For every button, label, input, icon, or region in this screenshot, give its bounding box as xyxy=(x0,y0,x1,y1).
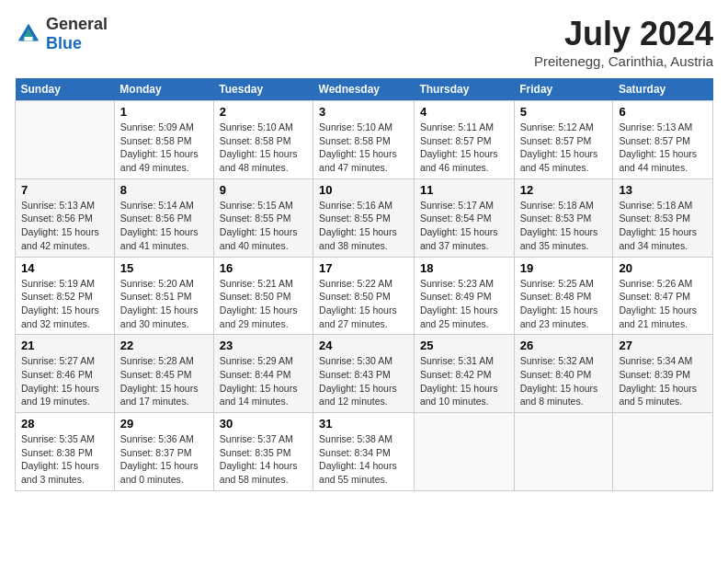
weekday-header: Monday xyxy=(114,78,213,101)
day-number: 1 xyxy=(120,105,208,119)
day-info: Sunrise: 5:31 AM Sunset: 8:42 PM Dayligh… xyxy=(420,354,508,408)
calendar-cell: 28Sunrise: 5:35 AM Sunset: 8:38 PM Dayli… xyxy=(16,413,115,491)
calendar-cell: 10Sunrise: 5:16 AM Sunset: 8:55 PM Dayli… xyxy=(313,178,415,257)
calendar-cell: 9Sunrise: 5:15 AM Sunset: 8:55 PM Daylig… xyxy=(213,178,313,257)
day-number: 10 xyxy=(319,183,408,197)
calendar-cell xyxy=(414,413,514,491)
day-number: 5 xyxy=(520,105,608,119)
day-info: Sunrise: 5:14 AM Sunset: 8:56 PM Dayligh… xyxy=(120,199,208,253)
day-info: Sunrise: 5:36 AM Sunset: 8:37 PM Dayligh… xyxy=(120,432,208,487)
calendar-cell: 19Sunrise: 5:25 AM Sunset: 8:48 PM Dayli… xyxy=(514,257,613,335)
calendar-cell: 21Sunrise: 5:27 AM Sunset: 8:46 PM Dayli… xyxy=(16,335,115,413)
day-info: Sunrise: 5:19 AM Sunset: 8:52 PM Dayligh… xyxy=(21,277,108,331)
calendar-cell: 26Sunrise: 5:32 AM Sunset: 8:40 PM Dayli… xyxy=(514,335,613,413)
calendar-cell: 6Sunrise: 5:13 AM Sunset: 8:57 PM Daylig… xyxy=(613,101,713,179)
calendar-cell xyxy=(613,413,713,491)
day-info: Sunrise: 5:22 AM Sunset: 8:50 PM Dayligh… xyxy=(319,277,408,331)
day-info: Sunrise: 5:11 AM Sunset: 8:57 PM Dayligh… xyxy=(420,121,508,175)
calendar-cell: 1Sunrise: 5:09 AM Sunset: 8:58 PM Daylig… xyxy=(114,101,213,179)
day-info: Sunrise: 5:26 AM Sunset: 8:47 PM Dayligh… xyxy=(619,277,707,331)
day-info: Sunrise: 5:13 AM Sunset: 8:56 PM Dayligh… xyxy=(21,199,108,253)
calendar-cell: 22Sunrise: 5:28 AM Sunset: 8:45 PM Dayli… xyxy=(114,335,213,413)
day-info: Sunrise: 5:21 AM Sunset: 8:50 PM Dayligh… xyxy=(220,277,307,331)
weekday-header: Saturday xyxy=(613,78,713,101)
location: Preitenegg, Carinthia, Austria xyxy=(534,53,713,69)
day-number: 13 xyxy=(619,183,707,197)
day-info: Sunrise: 5:17 AM Sunset: 8:54 PM Dayligh… xyxy=(420,199,508,253)
day-number: 22 xyxy=(120,339,208,352)
calendar-week: 21Sunrise: 5:27 AM Sunset: 8:46 PM Dayli… xyxy=(16,335,713,413)
day-number: 30 xyxy=(220,417,307,431)
day-number: 2 xyxy=(220,105,307,119)
calendar-cell: 20Sunrise: 5:26 AM Sunset: 8:47 PM Dayli… xyxy=(613,257,713,335)
day-number: 27 xyxy=(619,339,707,352)
day-number: 26 xyxy=(520,339,608,352)
calendar-cell: 3Sunrise: 5:10 AM Sunset: 8:58 PM Daylig… xyxy=(313,101,415,179)
calendar-cell: 18Sunrise: 5:23 AM Sunset: 8:49 PM Dayli… xyxy=(414,257,514,335)
day-info: Sunrise: 5:29 AM Sunset: 8:44 PM Dayligh… xyxy=(220,354,307,408)
title-block: July 2024 Preitenegg, Carinthia, Austria xyxy=(534,15,713,69)
calendar-cell: 13Sunrise: 5:18 AM Sunset: 8:53 PM Dayli… xyxy=(613,178,713,257)
calendar-cell: 25Sunrise: 5:31 AM Sunset: 8:42 PM Dayli… xyxy=(414,335,514,413)
calendar-cell: 4Sunrise: 5:11 AM Sunset: 8:57 PM Daylig… xyxy=(414,101,514,179)
day-number: 28 xyxy=(21,417,108,431)
logo-blue: Blue xyxy=(46,34,108,53)
logo-text: General Blue xyxy=(46,15,108,53)
day-number: 4 xyxy=(420,105,508,119)
day-number: 12 xyxy=(520,183,608,197)
weekday-header: Sunday xyxy=(16,78,115,101)
calendar-cell: 7Sunrise: 5:13 AM Sunset: 8:56 PM Daylig… xyxy=(16,178,115,257)
day-number: 25 xyxy=(420,339,508,352)
day-number: 8 xyxy=(120,183,208,197)
day-info: Sunrise: 5:32 AM Sunset: 8:40 PM Dayligh… xyxy=(520,354,608,408)
logo: General Blue xyxy=(15,15,108,53)
day-number: 19 xyxy=(520,261,608,275)
day-info: Sunrise: 5:10 AM Sunset: 8:58 PM Dayligh… xyxy=(319,121,408,175)
day-info: Sunrise: 5:25 AM Sunset: 8:48 PM Dayligh… xyxy=(520,277,608,331)
logo-general: General xyxy=(46,15,108,34)
day-info: Sunrise: 5:20 AM Sunset: 8:51 PM Dayligh… xyxy=(120,277,208,331)
day-info: Sunrise: 5:30 AM Sunset: 8:43 PM Dayligh… xyxy=(319,354,408,408)
calendar-cell: 16Sunrise: 5:21 AM Sunset: 8:50 PM Dayli… xyxy=(213,257,313,335)
logo-icon xyxy=(15,20,42,48)
calendar-cell: 29Sunrise: 5:36 AM Sunset: 8:37 PM Dayli… xyxy=(114,413,213,491)
calendar-cell: 27Sunrise: 5:34 AM Sunset: 8:39 PM Dayli… xyxy=(613,335,713,413)
day-info: Sunrise: 5:09 AM Sunset: 8:58 PM Dayligh… xyxy=(120,121,208,175)
day-number: 6 xyxy=(619,105,707,119)
weekday-header-row: SundayMondayTuesdayWednesdayThursdayFrid… xyxy=(16,78,713,101)
calendar-cell: 15Sunrise: 5:20 AM Sunset: 8:51 PM Dayli… xyxy=(114,257,213,335)
calendar-cell: 8Sunrise: 5:14 AM Sunset: 8:56 PM Daylig… xyxy=(114,178,213,257)
calendar-week: 1Sunrise: 5:09 AM Sunset: 8:58 PM Daylig… xyxy=(16,101,713,179)
calendar-cell: 24Sunrise: 5:30 AM Sunset: 8:43 PM Dayli… xyxy=(313,335,415,413)
day-number: 29 xyxy=(120,417,208,431)
calendar: SundayMondayTuesdayWednesdayThursdayFrid… xyxy=(15,78,713,491)
day-number: 31 xyxy=(319,417,408,431)
calendar-cell: 11Sunrise: 5:17 AM Sunset: 8:54 PM Dayli… xyxy=(414,178,514,257)
day-number: 23 xyxy=(220,339,307,352)
day-info: Sunrise: 5:27 AM Sunset: 8:46 PM Dayligh… xyxy=(21,354,108,408)
day-number: 9 xyxy=(220,183,307,197)
day-number: 17 xyxy=(319,261,408,275)
calendar-cell xyxy=(16,101,115,179)
day-info: Sunrise: 5:15 AM Sunset: 8:55 PM Dayligh… xyxy=(220,199,307,253)
month-year: July 2024 xyxy=(534,15,713,53)
day-info: Sunrise: 5:38 AM Sunset: 8:34 PM Dayligh… xyxy=(319,432,408,487)
day-info: Sunrise: 5:10 AM Sunset: 8:58 PM Dayligh… xyxy=(220,121,307,175)
header: General Blue July 2024 Preitenegg, Carin… xyxy=(15,15,713,69)
calendar-cell: 5Sunrise: 5:12 AM Sunset: 8:57 PM Daylig… xyxy=(514,101,613,179)
day-number: 7 xyxy=(21,183,108,197)
calendar-cell: 23Sunrise: 5:29 AM Sunset: 8:44 PM Dayli… xyxy=(213,335,313,413)
calendar-week: 7Sunrise: 5:13 AM Sunset: 8:56 PM Daylig… xyxy=(16,178,713,257)
day-info: Sunrise: 5:35 AM Sunset: 8:38 PM Dayligh… xyxy=(21,432,108,487)
day-number: 18 xyxy=(420,261,508,275)
calendar-cell: 12Sunrise: 5:18 AM Sunset: 8:53 PM Dayli… xyxy=(514,178,613,257)
day-info: Sunrise: 5:16 AM Sunset: 8:55 PM Dayligh… xyxy=(319,199,408,253)
day-info: Sunrise: 5:12 AM Sunset: 8:57 PM Dayligh… xyxy=(520,121,608,175)
weekday-header: Thursday xyxy=(414,78,514,101)
calendar-cell: 2Sunrise: 5:10 AM Sunset: 8:58 PM Daylig… xyxy=(213,101,313,179)
calendar-week: 14Sunrise: 5:19 AM Sunset: 8:52 PM Dayli… xyxy=(16,257,713,335)
day-number: 24 xyxy=(319,339,408,352)
weekday-header: Friday xyxy=(514,78,613,101)
calendar-cell: 17Sunrise: 5:22 AM Sunset: 8:50 PM Dayli… xyxy=(313,257,415,335)
day-info: Sunrise: 5:18 AM Sunset: 8:53 PM Dayligh… xyxy=(619,199,707,253)
